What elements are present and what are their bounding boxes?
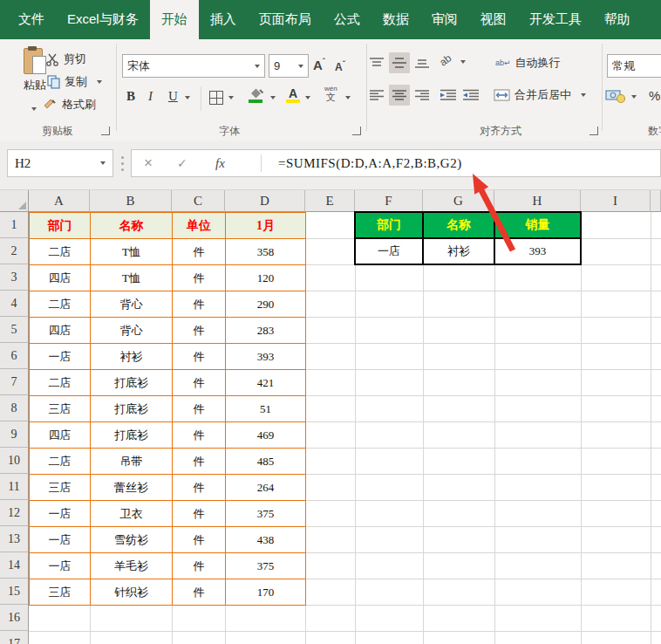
column-header-B[interactable]: B	[90, 190, 172, 212]
row-header-10[interactable]: 10	[0, 448, 29, 474]
cell-B2[interactable]: T恤	[90, 238, 173, 265]
row-header-3[interactable]: 3	[0, 264, 29, 291]
cell-D5[interactable]: 283	[225, 317, 306, 344]
column-header-D[interactable]: D	[225, 190, 305, 212]
cell-D7[interactable]: 421	[225, 369, 306, 396]
font-color-button[interactable]: A	[286, 86, 300, 100]
bold-button[interactable]: B	[126, 89, 135, 104]
cell-B12[interactable]: 卫衣	[90, 500, 173, 527]
cell-B8[interactable]: 打底衫	[90, 395, 173, 422]
cell-B10[interactable]: 吊带	[90, 448, 173, 475]
percent-style-button[interactable]: %	[649, 88, 660, 103]
row-header-8[interactable]: 8	[0, 395, 29, 421]
row-header-7[interactable]: 7	[0, 369, 29, 395]
formula-input[interactable]: =SUMIFS(D:D,A:A,F2,B:B,G2)	[278, 150, 462, 176]
cell-A13[interactable]: 一店	[29, 526, 91, 553]
cell-D15[interactable]: 170	[225, 579, 306, 606]
decrease-font-size-button[interactable]: Aˇ	[335, 59, 345, 73]
cell-D10[interactable]: 485	[225, 448, 306, 475]
increase-indent-button[interactable]	[460, 85, 481, 106]
cell-B1[interactable]: 名称	[90, 212, 173, 239]
cell-B13[interactable]: 雪纺衫	[90, 526, 173, 553]
cell-C5[interactable]: 件	[172, 317, 226, 344]
column-header-C[interactable]: C	[172, 190, 225, 212]
row-header-16[interactable]: 16	[0, 605, 29, 631]
cell-C13[interactable]: 件	[172, 526, 226, 553]
cancel-button[interactable]: ×	[144, 150, 153, 176]
cell-A2[interactable]: 二店	[29, 238, 91, 265]
enter-button[interactable]: ✓	[177, 150, 187, 176]
cell-D9[interactable]: 469	[225, 421, 306, 449]
fill-color-button[interactable]	[248, 87, 265, 101]
cell-D3[interactable]: 120	[225, 264, 306, 291]
cell-B4[interactable]: 背心	[90, 291, 173, 318]
cell-B9[interactable]: 打底衫	[90, 421, 173, 449]
cell-D6[interactable]: 393	[225, 343, 306, 370]
accounting-format-caret[interactable]	[631, 95, 637, 99]
tab-home[interactable]: 开始	[150, 0, 199, 39]
cell-D4[interactable]: 290	[225, 291, 306, 318]
cell-C12[interactable]: 件	[172, 500, 226, 527]
cell-A12[interactable]: 一店	[29, 500, 91, 527]
align-bottom-button[interactable]	[412, 52, 433, 73]
decrease-indent-button[interactable]	[438, 85, 459, 106]
cell-C10[interactable]: 件	[172, 448, 226, 475]
column-header-G[interactable]: G	[423, 190, 494, 212]
row-header-6[interactable]: 6	[0, 343, 29, 369]
cell-A10[interactable]: 二店	[29, 448, 91, 475]
cell-C11[interactable]: 件	[172, 474, 226, 501]
row-header-12[interactable]: 12	[0, 500, 29, 526]
font-size-select[interactable]: 9	[269, 54, 309, 78]
column-header-partial[interactable]	[651, 190, 661, 212]
row-header-4[interactable]: 4	[0, 291, 29, 317]
phonetic-caret[interactable]	[345, 96, 351, 99]
cell-D1[interactable]: 1月	[225, 212, 306, 239]
cell-C3[interactable]: 件	[172, 264, 226, 291]
cell-C9[interactable]: 件	[172, 421, 226, 449]
cell-C15[interactable]: 件	[172, 579, 226, 606]
tab-excel-finance[interactable]: Excel与财务	[56, 0, 150, 39]
clipboard-dialog-launcher-icon[interactable]	[101, 127, 110, 135]
cell-B5[interactable]: 背心	[90, 317, 173, 344]
alignment-dialog-launcher-icon[interactable]	[589, 127, 598, 135]
row-header-11[interactable]: 11	[0, 474, 29, 500]
cell-B3[interactable]: T恤	[90, 264, 173, 291]
align-center-button[interactable]	[389, 85, 410, 106]
cell-A7[interactable]: 二店	[29, 369, 91, 396]
borders-button[interactable]	[209, 91, 223, 105]
underline-button[interactable]: U	[168, 89, 178, 104]
row-header-14[interactable]: 14	[0, 552, 29, 579]
merge-center-button[interactable]: 合并后居中	[494, 86, 586, 105]
cell-A4[interactable]: 二店	[29, 291, 91, 318]
cell-A14[interactable]: 一店	[29, 552, 91, 579]
cut-button[interactable]: 剪切	[45, 50, 86, 69]
cell-A8[interactable]: 三店	[29, 395, 91, 422]
cell-A6[interactable]: 一店	[29, 343, 91, 370]
row-header-1[interactable]: 1	[0, 212, 29, 238]
cell-F1[interactable]: 部门	[354, 211, 424, 239]
fill-color-caret[interactable]	[270, 96, 276, 99]
column-header-E[interactable]: E	[305, 190, 355, 212]
row-header-9[interactable]: 9	[0, 421, 29, 448]
align-middle-button[interactable]	[389, 52, 410, 73]
cell-D11[interactable]: 264	[225, 474, 306, 501]
cell-C8[interactable]: 件	[172, 395, 226, 422]
cell-G2[interactable]: 衬衫	[422, 237, 495, 265]
cell-D12[interactable]: 375	[225, 500, 306, 527]
cell-C4[interactable]: 件	[172, 291, 226, 318]
column-header-I[interactable]: I	[581, 190, 651, 212]
cell-D13[interactable]: 438	[225, 526, 306, 553]
tab-file[interactable]: 文件	[7, 0, 56, 39]
cell-A1[interactable]: 部门	[29, 212, 91, 239]
borders-dropdown-caret[interactable]	[228, 96, 234, 99]
cell-H2[interactable]: 393	[494, 237, 582, 265]
cell-C6[interactable]: 件	[172, 343, 226, 370]
tab-review[interactable]: 审阅	[420, 0, 469, 39]
cell-C2[interactable]: 件	[172, 238, 226, 265]
font-name-select[interactable]: 宋体	[122, 54, 265, 78]
align-right-button[interactable]	[412, 85, 433, 106]
tab-data[interactable]: 数据	[371, 0, 420, 39]
insert-function-button[interactable]: fx	[215, 150, 225, 176]
orientation-caret[interactable]	[460, 60, 466, 64]
tab-insert[interactable]: 插入	[199, 0, 248, 39]
